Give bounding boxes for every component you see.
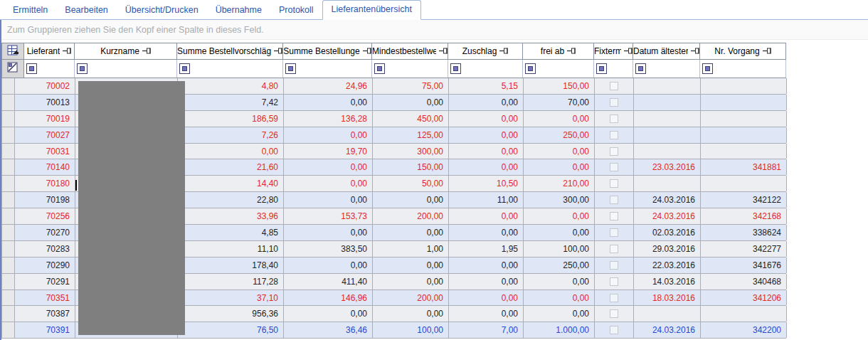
cell-zuschlag[interactable]: 0,00 <box>449 159 524 175</box>
filter-dropdown-button[interactable] <box>635 63 646 74</box>
column-header-lieferant[interactable]: Lieferant <box>24 43 75 60</box>
pin-column-icon[interactable] <box>567 46 576 56</box>
cell-lieferant[interactable]: 70290 <box>15 257 75 273</box>
cell-fixtermin[interactable] <box>595 78 634 94</box>
fixtermin-checkbox[interactable] <box>610 131 618 139</box>
cell-nr_vorgang[interactable]: 342200 <box>701 322 787 338</box>
filter-dropdown-button[interactable] <box>702 63 713 74</box>
cell-summe_bestellvorschlaege[interactable]: 186,59 <box>178 111 284 127</box>
cell-fixtermin[interactable] <box>595 257 634 273</box>
cell-frei_ab[interactable]: 0,00 <box>524 111 595 127</box>
cell-lieferant[interactable]: 70283 <box>15 241 75 257</box>
row-selector[interactable] <box>2 159 15 175</box>
cell-frei_ab[interactable]: 0,00 <box>524 290 595 306</box>
cell-zuschlag[interactable]: 0,00 <box>449 306 524 322</box>
column-header-frei_ab[interactable]: frei ab <box>523 43 594 60</box>
fixtermin-checkbox[interactable] <box>610 294 618 302</box>
fixtermin-checkbox[interactable] <box>610 228 618 237</box>
column-header-summe_bestellunge[interactable]: Summe Bestellunge <box>283 43 372 60</box>
row-selector[interactable] <box>2 95 15 110</box>
cell-zuschlag[interactable]: 0,00 <box>449 144 524 159</box>
cell-nr_vorgang[interactable]: 341676 <box>701 257 787 273</box>
pin-column-icon[interactable] <box>624 46 633 56</box>
cell-nr_vorgang[interactable]: 340468 <box>701 274 787 289</box>
cell-lieferant[interactable]: 70351 <box>15 290 75 306</box>
row-selector[interactable] <box>2 208 15 224</box>
column-header-mindestbestellwert[interactable]: Mindestbestellwert <box>372 43 448 60</box>
tab-uebersicht-drucken[interactable]: Übersicht/Drucken <box>117 1 207 19</box>
group-by-panel[interactable]: Zum Gruppieren ziehen Sie den Kopf einer… <box>1 20 868 40</box>
cell-lieferant[interactable]: 70256 <box>15 208 75 224</box>
cell-zuschlag[interactable]: 0,00 <box>449 127 524 143</box>
cell-zuschlag[interactable]: 5,15 <box>449 78 524 94</box>
row-selector[interactable] <box>2 192 15 208</box>
row-selector[interactable] <box>2 78 15 94</box>
cell-frei_ab[interactable]: 1.000,00 <box>524 322 595 338</box>
row-selector[interactable] <box>2 322 15 338</box>
fixtermin-checkbox[interactable] <box>610 277 618 286</box>
filter-cell-frei_ab[interactable] <box>523 60 594 78</box>
row-selector[interactable] <box>2 290 15 306</box>
fixtermin-checkbox[interactable] <box>610 163 618 171</box>
fixtermin-checkbox[interactable] <box>610 147 618 156</box>
cell-mindestbestellwert[interactable]: 200,00 <box>373 208 449 224</box>
cell-summe_bestellunge[interactable]: 19,70 <box>284 144 373 159</box>
cell-summe_bestellunge[interactable]: 0,00 <box>284 257 373 273</box>
cell-frei_ab[interactable]: 0,00 <box>524 159 595 175</box>
row-selector[interactable] <box>2 257 15 273</box>
cell-zuschlag[interactable]: 11,00 <box>449 192 524 208</box>
cell-frei_ab[interactable]: 300,00 <box>524 192 595 208</box>
cell-summe_bestellunge[interactable]: 383,50 <box>284 241 373 257</box>
cell-summe_bestellvorschlaege[interactable]: 0,00 <box>178 144 284 159</box>
cell-nr_vorgang[interactable] <box>701 127 787 143</box>
fixtermin-checkbox[interactable] <box>610 179 618 188</box>
cell-nr_vorgang[interactable] <box>701 144 787 159</box>
fixtermin-checkbox[interactable] <box>610 98 618 107</box>
cell-fixtermin[interactable] <box>595 111 634 127</box>
filter-cell-summe_bestellunge[interactable] <box>283 60 372 78</box>
cell-zuschlag[interactable]: 0,00 <box>449 225 524 240</box>
cell-fixtermin[interactable] <box>595 306 634 322</box>
cell-lieferant[interactable]: 70180 <box>15 176 75 191</box>
cell-summe_bestellunge[interactable]: 0,00 <box>284 176 373 191</box>
cell-datum_aeltester[interactable]: 02.03.2016 <box>634 225 701 240</box>
pin-column-icon[interactable] <box>142 46 151 56</box>
cell-datum_aeltester[interactable]: 24.03.2016 <box>634 208 701 224</box>
fixtermin-checkbox[interactable] <box>610 309 618 318</box>
cell-lieferant[interactable]: 70391 <box>15 322 75 338</box>
cell-nr_vorgang[interactable] <box>701 176 787 191</box>
cell-lieferant[interactable]: 70019 <box>15 111 75 127</box>
cell-lieferant[interactable]: 70140 <box>15 159 75 175</box>
row-selector[interactable] <box>2 176 15 191</box>
cell-frei_ab[interactable]: 250,00 <box>524 127 595 143</box>
cell-frei_ab[interactable]: 210,00 <box>524 176 595 191</box>
cell-mindestbestellwert[interactable]: 0,00 <box>373 225 449 240</box>
filter-corner-cell[interactable] <box>1 60 24 78</box>
cell-zuschlag[interactable]: 0,00 <box>449 208 524 224</box>
column-header-datum_aeltester[interactable]: Datum ältester <box>633 43 700 60</box>
cell-nr_vorgang[interactable]: 342168 <box>701 208 787 224</box>
row-selector[interactable] <box>2 144 15 159</box>
cell-mindestbestellwert[interactable]: 1,00 <box>373 241 449 257</box>
cell-lieferant[interactable]: 70002 <box>15 78 75 94</box>
filter-dropdown-button[interactable] <box>596 63 607 74</box>
cell-summe_bestellunge[interactable]: 36,46 <box>284 322 373 338</box>
filter-cell-fixtermin[interactable] <box>594 60 633 78</box>
cell-summe_bestellunge[interactable]: 0,00 <box>284 127 373 143</box>
cell-summe_bestellvorschlaege[interactable]: 22,80 <box>178 192 284 208</box>
cell-datum_aeltester[interactable] <box>634 306 701 322</box>
cell-mindestbestellwert[interactable]: 0,00 <box>373 192 449 208</box>
cell-fixtermin[interactable] <box>595 290 634 306</box>
cell-lieferant[interactable]: 70387 <box>15 306 75 322</box>
cell-datum_aeltester[interactable] <box>634 111 701 127</box>
cell-summe_bestellvorschlaege[interactable]: 37,10 <box>178 290 284 306</box>
cell-mindestbestellwert[interactable]: 50,00 <box>373 176 449 191</box>
row-selector[interactable] <box>2 241 15 257</box>
cell-datum_aeltester[interactable]: 22.03.2016 <box>634 257 701 273</box>
pin-column-icon[interactable] <box>363 46 371 56</box>
cell-lieferant[interactable]: 70027 <box>15 127 75 143</box>
filter-dropdown-button[interactable] <box>26 63 37 74</box>
cell-nr_vorgang[interactable]: 338624 <box>701 225 787 240</box>
cell-summe_bestellunge[interactable]: 24,96 <box>284 78 373 94</box>
cell-frei_ab[interactable]: 150,00 <box>524 78 595 94</box>
